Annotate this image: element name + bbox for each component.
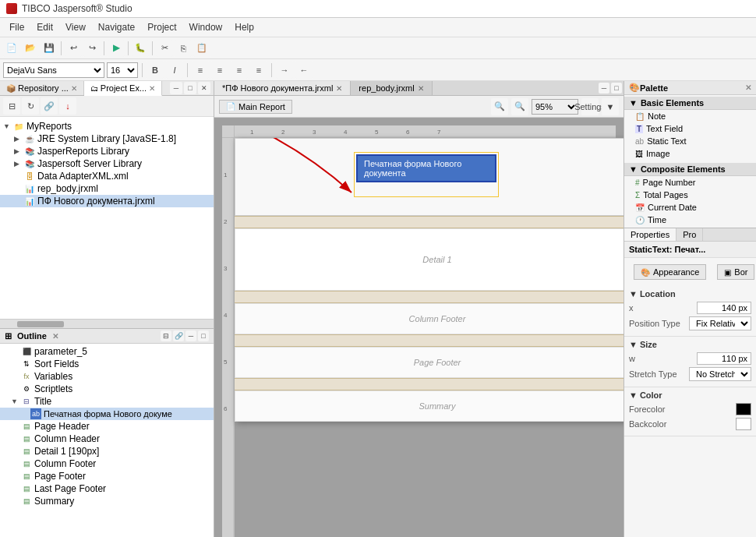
tree-jre[interactable]: ▶ ☕ JRE System Library [JavaSE-1.8] [0,132,214,145]
tree-myreports[interactable]: ▼ 📁 MyReports [0,120,214,132]
menu-window[interactable]: Window [183,19,229,35]
palette-currentdate[interactable]: 📅 Current Date [624,201,756,214]
debug-button[interactable]: 🐛 [132,40,149,57]
outline-collapse-btn[interactable]: ⊟ [161,330,171,341]
outline-sortfields[interactable]: ▶ ⇅ Sort Fields [0,358,214,370]
left-panel-close[interactable]: ✕ [198,82,210,94]
palette-pagenum[interactable]: # Page Number [624,176,756,189]
left-hscroll[interactable] [0,319,214,328]
editor-minimize-btn[interactable]: ─ [599,83,609,94]
tab-project-close[interactable]: ✕ [149,84,155,93]
run-button[interactable]: ▶ [108,40,125,57]
menu-edit[interactable]: Edit [30,19,59,35]
save-button[interactable]: 💾 [41,40,58,57]
copy-button[interactable]: ⎘ [175,40,192,57]
editor-tab-repbody-close[interactable]: ✕ [418,84,424,93]
tree-newdoc[interactable]: ▶ 📊 ПФ Нового документа.jrxml [0,195,214,207]
open-button[interactable]: 📂 [22,40,39,57]
menu-navigate[interactable]: Navigate [92,19,141,35]
outdent-button[interactable]: ← [295,62,313,79]
palette-textfield[interactable]: T Text Field [624,122,756,135]
outline-minimize-btn[interactable]: ─ [185,330,196,341]
menu-help[interactable]: Help [228,19,260,35]
outline-pagefooter[interactable]: ▶ ▤ Page Footer [0,470,214,482]
editor-tab-newdoc-close[interactable]: ✕ [336,84,342,93]
tab-repository-close[interactable]: ✕ [71,84,77,93]
outline-lastpagefooter[interactable]: ▶ ▤ Last Page Footer [0,482,214,495]
backcolor-swatch[interactable] [736,418,751,430]
undo-button[interactable]: ↩ [65,40,82,57]
band-page-footer[interactable]: Page Footer [235,347,624,378]
cut-button[interactable]: ✂ [156,40,173,57]
tree-jasperreports[interactable]: ▶ 📚 JasperReports Library [0,145,214,157]
palette-image[interactable]: 🖼 Image [624,147,756,160]
font-name-select[interactable]: DejaVu Sans [3,62,104,78]
stretch-type-select[interactable]: No Stretch [689,367,751,381]
palette-note[interactable]: 📋 Note [624,110,756,122]
band-detail[interactable]: Detail 1 [235,228,624,291]
align-left-button[interactable]: ≡ [192,62,209,79]
outline-parameter5[interactable]: ▶ ⬛ parameter_5 [0,345,214,358]
outline-element[interactable]: ▶ ab Печатная форма Нового докуме [0,408,214,420]
outline-colheader[interactable]: ▶ ▤ Column Header [0,433,214,445]
zoom-in-btn[interactable]: 🔍 [511,98,528,115]
tab-project[interactable]: 🗂 Project Ex... ✕ [84,81,162,96]
canvas-area[interactable]: 1 2 3 4 5 6 7 1 2 [214,118,624,537]
align-center-button[interactable]: ≡ [211,62,228,79]
zoom-out-btn[interactable]: 🔍 [491,98,508,115]
font-size-select[interactable]: 16 [107,62,138,78]
font-bold-button[interactable]: B [147,62,164,79]
props-tab-pro[interactable]: Pro [677,228,703,241]
tree-refresh-btn[interactable]: ↻ [22,97,39,115]
left-panel-minimize[interactable]: ─ [170,82,182,94]
outline-summary[interactable]: ▶ ▤ Summary [0,495,214,507]
selected-text-element[interactable]: Печатная форма Новогодокумента [356,154,496,182]
settings-btn[interactable]: Settings [581,98,599,115]
outline-detail1[interactable]: ▶ ▤ Detail 1 [190px] [0,445,214,458]
tab-repository[interactable]: 📦 Repository ... ✕ [0,81,84,95]
outline-variables[interactable]: ▶ fx Variables [0,370,214,383]
appearance-button[interactable]: 🎨 Appearance [634,264,706,280]
palette-time[interactable]: 🕐 Time [624,214,756,226]
outline-scriptlets[interactable]: ▶ ⚙ Scriptlets [0,383,214,395]
props-tab-properties[interactable]: Properties [624,228,677,241]
main-report-button[interactable]: 📄 Main Report [219,100,292,114]
outline-pageheader[interactable]: ▶ ▤ Page Header [0,420,214,433]
outline-title[interactable]: ▼ ⊟ Title [0,395,214,408]
band-column-footer[interactable]: Column Footer [235,303,624,334]
w-input[interactable] [697,352,751,365]
new-button[interactable]: 📄 [3,40,20,57]
editor-maximize-btn[interactable]: □ [611,83,622,94]
report-canvas[interactable]: Печатная форма Новогодокумента Detail 1 [235,138,624,422]
basic-elements-header[interactable]: ▼ Basic Elements [624,97,756,110]
outline-maximize-btn[interactable]: □ [198,330,209,341]
menu-view[interactable]: View [59,19,92,35]
menu-file[interactable]: File [3,19,30,35]
editor-tab-repbody[interactable]: rep_body.jrxml ✕ [351,81,432,95]
tree-jaspersoft[interactable]: ▶ 📚 Jaspersoft Server Library [0,157,214,170]
settings-dropdown-btn[interactable]: ▼ [602,98,619,115]
tree-link-btn[interactable]: 🔗 [41,97,58,115]
band-summary[interactable]: Summary [235,390,624,422]
left-hscroll-thumb[interactable] [17,321,64,327]
redo-button[interactable]: ↪ [83,40,101,57]
tree-repbody[interactable]: ▶ 📊 rep_body.jrxml [0,182,214,195]
editor-tab-newdoc[interactable]: *ПФ Нового документа.jrxml ✕ [214,81,351,95]
align-justify-button[interactable]: ≡ [250,62,267,79]
position-type-select[interactable]: Fix Relativ [689,316,751,330]
tree-dataadapter[interactable]: ▶ 🗄 Data AdapterXML.xml [0,170,214,182]
zoom-select[interactable]: 95% [532,99,578,115]
outline-colfooter[interactable]: ▶ ▤ Column Footer [0,458,214,470]
left-panel-maximize[interactable]: □ [184,82,196,94]
paste-button[interactable]: 📋 [193,40,210,57]
font-italic-button[interactable]: I [166,62,183,79]
menu-project[interactable]: Project [141,19,182,35]
composite-elements-header[interactable]: ▼ Composite Elements [624,163,756,176]
forecolor-swatch[interactable] [736,403,751,415]
tree-collapse-btn[interactable]: ⊟ [3,97,20,115]
palette-statictext[interactable]: ab Static Text [624,135,756,147]
x-input[interactable] [697,302,751,314]
border-button[interactable]: ▣ Bor [717,264,754,280]
tree-arrow-btn[interactable]: ↓ [59,97,76,115]
align-right-button[interactable]: ≡ [231,62,248,79]
